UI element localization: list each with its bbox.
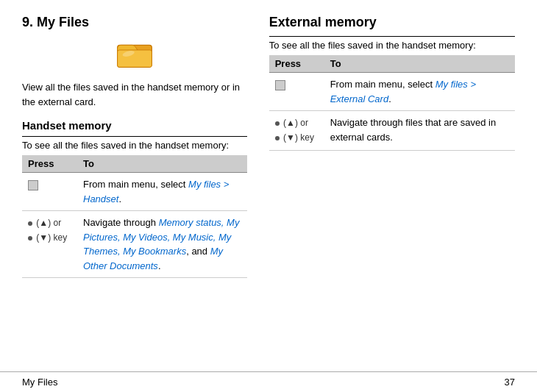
- right-nav-up-label: (▲) or: [275, 115, 316, 130]
- left-section: 9. My Files View all the files saved in …: [22, 15, 262, 364]
- nav-down-label: (▼) key: [28, 230, 68, 245]
- right-table: Press To From main menu, select My files…: [269, 55, 515, 151]
- nav-up-label: (▲) or: [28, 215, 68, 230]
- right-table-row-1: From main menu, select My files > Extern…: [269, 73, 515, 111]
- left-to-text-2c: .: [158, 260, 161, 271]
- right-section-title: External memory: [269, 15, 515, 30]
- left-to-text-2a: Navigate through: [83, 217, 159, 228]
- handset-memory-title: Handset memory: [22, 119, 247, 132]
- right-press-cell-1: [269, 73, 324, 111]
- left-col-to: To: [77, 155, 247, 173]
- right-to-text-2: Navigate through files that are saved in…: [330, 117, 496, 143]
- svg-rect-1: [117, 50, 152, 67]
- left-to-text-1a: From main menu, select: [83, 179, 188, 190]
- menu-key-icon-1: [28, 180, 38, 190]
- right-col-press: Press: [269, 55, 324, 73]
- right-press-cell-2: (▲) or (▼) key: [269, 111, 324, 151]
- left-instruction: To see all the files saved in the handse…: [22, 140, 247, 151]
- menu-key-icon-right-1: [275, 80, 285, 90]
- right-instruction: To see all the files saved in the handse…: [269, 40, 515, 51]
- right-nav-down-label: (▼) key: [275, 130, 316, 145]
- left-divider: [22, 136, 247, 137]
- main-content: 9. My Files View all the files saved in …: [0, 0, 537, 371]
- right-to-text-1b: .: [388, 93, 391, 104]
- left-to-text-1b: .: [118, 193, 121, 204]
- folder-icon-container: [22, 38, 247, 70]
- left-table-row-1: From main menu, select My files > Handse…: [22, 173, 247, 211]
- left-press-cell-1: [22, 173, 77, 211]
- right-to-cell-1: From main menu, select My files > Extern…: [324, 73, 515, 111]
- right-col-to: To: [324, 55, 515, 73]
- right-bullet-2: [275, 136, 280, 140]
- right-table-row-2: (▲) or (▼) key Navigate through files th…: [269, 111, 515, 151]
- left-table-row-2: (▲) or (▼) key Navigate through Memory s…: [22, 211, 247, 278]
- folder-icon: [116, 38, 153, 70]
- left-description: View all the files saved in the handset …: [22, 80, 247, 109]
- left-to-cell-1: From main menu, select My files > Handse…: [77, 173, 247, 211]
- page-container: 9. My Files View all the files saved in …: [0, 0, 537, 392]
- footer-page-number: 37: [505, 377, 515, 388]
- page-title: 9. My Files: [22, 15, 247, 30]
- right-nav-keys: (▲) or (▼) key: [275, 115, 316, 146]
- footer-left-label: My Files: [22, 377, 57, 388]
- left-col-press: Press: [22, 155, 77, 173]
- footer: My Files 37: [0, 371, 537, 392]
- right-divider: [269, 36, 515, 37]
- right-bullet-1: [275, 121, 280, 126]
- bullet-1: [28, 221, 32, 226]
- left-to-text-2b: , and: [186, 246, 210, 257]
- left-to-cell-2: Navigate through Memory status, My Pictu…: [77, 211, 247, 278]
- left-nav-keys: (▲) or (▼) key: [28, 215, 68, 246]
- bullet-2: [28, 236, 32, 240]
- right-section: External memory To see all the files sav…: [262, 15, 515, 364]
- right-to-text-1a: From main menu, select: [330, 79, 435, 90]
- left-table: Press To From main menu, select My files…: [22, 155, 247, 278]
- right-to-cell-2: Navigate through files that are saved in…: [324, 111, 515, 151]
- left-press-cell-2: (▲) or (▼) key: [22, 211, 77, 278]
